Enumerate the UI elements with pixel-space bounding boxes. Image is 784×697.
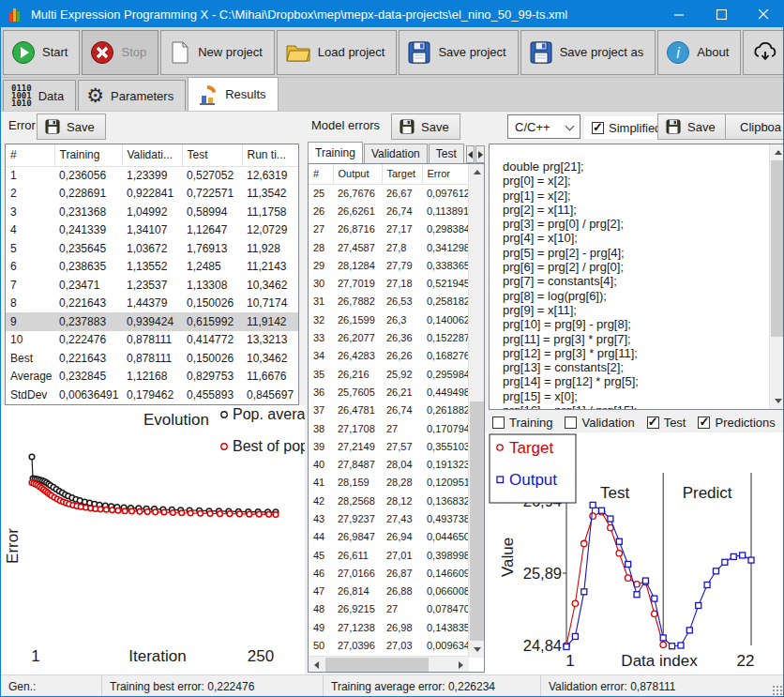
table-row[interactable]: 4826,9215270,078470 [309,600,469,618]
column-header[interactable]: Test [182,144,242,166]
checkbox-box[interactable] [492,417,505,429]
updates-button[interactable]: Updates [743,30,784,75]
column-header[interactable]: Error [422,164,469,184]
simplified-checkbox[interactable]: Simplified [584,116,669,139]
test-checkbox[interactable]: Test [647,416,686,430]
error-save-button[interactable]: Save [37,114,106,140]
table-row[interactable]: 90,2378830,9394240,61599211,9142 [6,312,298,331]
column-header[interactable]: Run ti... [242,144,298,166]
table-row[interactable]: 3027,701927,180,521945 [309,274,469,292]
tab-parameters[interactable]: ⚙ Parameters [78,80,186,111]
cell: Best [6,349,54,368]
column-header[interactable]: # [6,144,54,166]
clipboard-button[interactable]: Clipboa [725,114,784,140]
model-errors-hscrollbar[interactable] [309,656,469,672]
table-row[interactable]: 50,2356451,036721,7691311,928 [6,239,298,258]
table-row[interactable]: 4128,15928,280,120951 [309,474,469,492]
checkbox-box[interactable] [647,417,659,429]
scrollbar-thumb[interactable] [325,658,429,672]
about-button[interactable]: i About [657,30,741,75]
table-row[interactable]: 10,2360561,233990,52705212,6319 [6,166,298,185]
save-project-button[interactable]: Save project [399,30,518,75]
scroll-up-button[interactable] [469,164,485,180]
column-header[interactable]: Validati... [122,144,182,166]
maximize-button[interactable] [701,1,743,27]
predictions-checkbox[interactable]: Predictions [698,416,775,430]
table-row[interactable]: 3226,159926,30,140062 [309,311,469,328]
table-row[interactable]: 4726,81426,880,066008 [309,583,469,600]
new-project-button[interactable]: New project [160,30,275,75]
table-row[interactable]: 2928,128427,790,338365 [309,256,469,274]
table-row[interactable]: 5027,039627,030,009634 [309,636,469,654]
language-select[interactable]: C/C++ [507,114,580,139]
table-row[interactable]: 3726,478126,740,261882 [309,402,469,419]
table-row[interactable]: 20,2286910,9228410,72257111,3542 [6,185,298,204]
checkbox-box[interactable] [698,417,710,429]
save-project-as-button[interactable]: Save project as [520,30,656,75]
column-header[interactable]: Output [333,164,382,184]
table-row[interactable]: 3426,428326,260,168276 [309,347,469,365]
table-row[interactable]: 4027,848728,040,191323 [309,455,469,473]
table-row[interactable]: 100,2224760,8781110,41477213,3213 [6,331,298,350]
validation-checkbox[interactable]: Validation [565,416,634,430]
table-row[interactable]: 2626,626126,740,113891 [309,202,469,220]
error-stats-table[interactable]: #TrainingValidati...TestRun ti...10,2360… [5,144,299,405]
checkbox-box[interactable] [565,417,577,429]
table-row[interactable]: 3625,760526,210,449498 [309,383,469,401]
scroll-left-button[interactable] [309,657,324,673]
checkbox-box[interactable] [592,122,604,134]
table-row[interactable]: 3126,788226,530,258182 [309,293,469,311]
table-row[interactable]: Best0,2216430,8781110,15002610,3462 [6,349,298,368]
table-row[interactable]: 4627,016626,870,146609 [309,564,469,582]
tab-test[interactable]: Test [429,144,464,163]
table-row[interactable]: 2827,458727,80,341298 [309,238,469,256]
code-view[interactable]: double prg[21];prg[0] = x[2];prg[1] = x[… [489,144,784,410]
column-header[interactable]: # [309,164,333,184]
table-row[interactable]: 4526,61127,010,398998 [309,546,469,564]
model-errors-vscrollbar[interactable] [468,164,484,658]
close-button[interactable] [743,1,784,27]
table-row[interactable]: 4927,123826,980,143835 [309,618,469,636]
tab-results[interactable]: Results [188,77,278,111]
table-row[interactable]: 40,2413391,341071,1264712,0729 [6,221,298,240]
model-errors-rows[interactable]: #OutputTargetError2526,767626,670,097612… [309,164,469,658]
tab-data[interactable]: 011010011010 Data [3,80,76,111]
code-vscrollbar[interactable] [769,144,784,409]
table-row[interactable]: Average0,2328451,121680,82975311,6676 [6,368,298,386]
scroll-down-button[interactable] [770,393,784,409]
table-row[interactable]: 4327,923727,430,493738 [309,509,469,527]
tab-validation[interactable]: Validation [364,144,428,163]
tab-scroll-right-button[interactable] [475,145,485,163]
table-row[interactable]: 2526,767626,670,097612 [309,184,469,202]
table-row[interactable]: 2726,871627,170,298384 [309,220,469,238]
scrollbar-thumb[interactable] [771,160,784,337]
table-row[interactable]: 3927,214927,570,355103 [309,437,469,455]
tab-training[interactable]: Training [308,142,363,163]
table-row[interactable]: 70,234711,235371,1330810,3462 [6,276,298,295]
table-row[interactable]: StdDev0,006364910,1794620,4558930,845697 [6,386,298,404]
table-row[interactable]: 3827,1708270,170794 [309,419,469,437]
table-row[interactable]: 80,2216431,443790,15002610,7174 [6,295,298,313]
scroll-right-button[interactable] [453,657,469,673]
resize-grip[interactable] [772,685,783,696]
cell: 26,4283 [333,347,382,365]
table-row[interactable]: 3326,207726,360,152287 [309,328,469,346]
table-row[interactable]: 4426,984726,940,044650 [309,528,469,546]
scroll-up-button[interactable] [770,144,784,160]
stop-button[interactable]: Stop [82,30,158,75]
table-row[interactable]: 3526,21625,920,295984 [309,365,469,383]
model-errors-save-button[interactable]: Save [391,114,460,140]
minimize-button[interactable] [658,1,701,27]
scroll-down-button[interactable] [469,642,485,658]
code-save-button[interactable]: Save [657,114,727,140]
tab-scroll-left-button[interactable] [466,145,475,163]
table-row[interactable]: 30,2313681,049920,5899411,1758 [6,203,298,221]
training-checkbox[interactable]: Training [492,416,552,430]
table-row[interactable]: 60,2386351,135521,248511,2143 [6,258,298,277]
scrollbar-thumb[interactable] [470,402,484,641]
column-header[interactable]: Training [54,144,122,166]
start-button[interactable]: Start [3,30,80,75]
table-row[interactable]: 4228,256828,120,136832 [309,492,469,509]
column-header[interactable]: Target [382,164,422,184]
load-project-button[interactable]: Load project [277,30,398,75]
